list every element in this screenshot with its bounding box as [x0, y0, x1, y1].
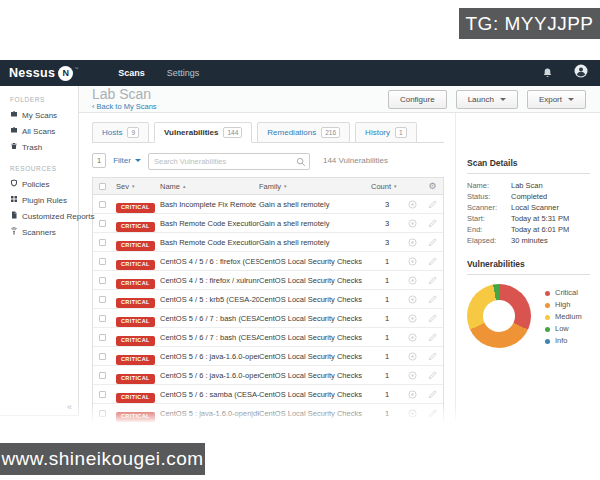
edit-pencil-icon[interactable] — [422, 219, 443, 228]
row-checkbox[interactable] — [99, 334, 106, 341]
table-row[interactable]: CRITICAL CentOS 5 / 6 / 7 : bash (CESA-2… — [93, 309, 443, 328]
sidebar-item-policies[interactable]: Policies — [0, 176, 78, 192]
chevron-down-icon — [500, 98, 506, 101]
edit-pencil-icon[interactable] — [422, 352, 443, 361]
nav-scans[interactable]: Scans — [118, 68, 145, 78]
vulnerability-name: Bash Remote Code Execution (Shellshock) — [160, 238, 259, 247]
sidebar-item-my-scans[interactable]: My Scans — [0, 107, 78, 123]
detail-row: Elapsed: 30 minutes — [467, 235, 590, 246]
row-checkbox[interactable] — [99, 410, 106, 417]
sort-caret-icon: ▾ — [284, 183, 287, 189]
sidebar-item-scanners[interactable]: Scanners — [0, 224, 78, 240]
edit-pencil-icon[interactable] — [422, 238, 443, 247]
table-row[interactable]: CRITICAL Bash Incomplete Fix Remote Code… — [93, 195, 443, 214]
details-circle-icon[interactable] — [403, 371, 422, 380]
details-circle-icon[interactable] — [403, 257, 422, 266]
details-circle-icon[interactable] — [403, 428, 422, 430]
filter-dropdown[interactable]: Filter — [113, 156, 141, 165]
table-row[interactable]: CRITICAL CentOS 5 : java-1.6.0-openjdk (… — [93, 404, 443, 423]
row-checkbox[interactable] — [99, 277, 106, 284]
export-button[interactable]: Export — [527, 90, 586, 109]
details-circle-icon[interactable] — [403, 409, 422, 418]
edit-pencil-icon[interactable] — [422, 200, 443, 209]
column-header-count[interactable]: Count▾ — [371, 182, 403, 191]
sidebar-item-label: Customized Reports — [22, 212, 94, 221]
severity-badge: CRITICAL — [116, 241, 155, 251]
legend-dot-icon — [545, 315, 550, 320]
scan-details-heading: Scan Details — [467, 158, 590, 174]
table-row[interactable]: CRITICAL CentOS 4 / 5 / 6 : firefox (CES… — [93, 252, 443, 271]
details-circle-icon[interactable] — [403, 276, 422, 285]
row-checkbox[interactable] — [99, 391, 106, 398]
edit-pencil-icon[interactable] — [422, 371, 443, 380]
search-input[interactable] — [148, 153, 310, 170]
sidebar-item-trash[interactable]: Trash — [0, 139, 78, 155]
nessus-logo[interactable]: Nessus N ™ — [9, 66, 78, 81]
table-row[interactable]: CRITICAL CentOS 4 / 5 : krb5 (CESA-2011:… — [93, 290, 443, 309]
launch-button[interactable]: Launch — [456, 90, 518, 109]
edit-pencil-icon[interactable] — [422, 333, 443, 342]
tab-history[interactable]: History 1 — [355, 122, 417, 143]
details-circle-icon[interactable] — [403, 238, 422, 247]
edit-pencil-icon[interactable] — [422, 276, 443, 285]
details-circle-icon[interactable] — [403, 219, 422, 228]
sidebar-collapse-button[interactable]: « — [67, 402, 72, 412]
row-checkbox[interactable] — [99, 372, 106, 379]
table-row[interactable]: CRITICAL Bash Remote Code Execution (CVE… — [93, 214, 443, 233]
edit-pencil-icon[interactable] — [422, 295, 443, 304]
details-circle-icon[interactable] — [403, 295, 422, 304]
tab-hosts[interactable]: Hosts 9 — [92, 122, 149, 143]
details-circle-icon[interactable] — [403, 314, 422, 323]
notifications-bell-icon[interactable] — [543, 64, 552, 82]
row-checkbox[interactable] — [99, 315, 106, 322]
details-circle-icon[interactable] — [403, 352, 422, 361]
tab-remediations[interactable]: Remediations 216 — [257, 122, 350, 143]
user-avatar-icon[interactable] — [574, 64, 588, 82]
severity-badge: CRITICAL — [116, 260, 155, 270]
table-row[interactable]: CRITICAL CentOS 5 / 6 : samba (CESA-2012… — [93, 385, 443, 404]
details-circle-icon[interactable] — [403, 390, 422, 399]
configure-button[interactable]: Configure — [388, 90, 447, 109]
vulnerability-family: CentOS Local Security Checks — [259, 333, 371, 342]
edit-pencil-icon[interactable] — [422, 314, 443, 323]
column-header-family[interactable]: Family▾ — [259, 182, 371, 191]
edit-pencil-icon[interactable] — [422, 257, 443, 266]
row-checkbox[interactable] — [99, 239, 106, 246]
vulnerabilities-donut-chart — [467, 284, 531, 348]
edit-pencil-icon[interactable] — [422, 409, 443, 418]
row-checkbox[interactable] — [99, 353, 106, 360]
row-checkbox[interactable] — [99, 429, 106, 430]
column-header-sev[interactable]: Sev▾ — [116, 182, 160, 191]
table-row[interactable]: CRITICAL — [93, 423, 443, 430]
row-checkbox[interactable] — [99, 220, 106, 227]
row-checkbox[interactable] — [99, 258, 106, 265]
sidebar-item-customized-reports[interactable]: Customized Reports — [0, 208, 78, 224]
table-row[interactable]: CRITICAL Bash Remote Code Execution (She… — [93, 233, 443, 252]
table-row[interactable]: CRITICAL CentOS 5 / 6 : java-1.6.0-openj… — [93, 366, 443, 385]
row-checkbox[interactable] — [99, 201, 106, 208]
table-settings-gear-icon[interactable]: ⚙ — [422, 182, 443, 191]
vulnerability-count: 3 — [371, 200, 403, 209]
severity-badge: CRITICAL — [116, 336, 155, 346]
nav-settings[interactable]: Settings — [167, 68, 200, 78]
column-header-name[interactable]: Name▴ — [160, 182, 259, 191]
legend-label: Info — [555, 335, 568, 347]
scan-tabs: Hosts 9 Vulnerabilities 144 Remediations… — [92, 122, 444, 143]
table-row[interactable]: CRITICAL CentOS 4 / 5 : firefox / xulrun… — [93, 271, 443, 290]
details-circle-icon[interactable] — [403, 200, 422, 209]
sidebar-item-plugin-rules[interactable]: Plugin Rules — [0, 192, 78, 208]
tab-vulnerabilities[interactable]: Vulnerabilities 144 — [154, 122, 252, 143]
sidebar-item-all-scans[interactable]: All Scans — [0, 123, 78, 139]
row-checkbox[interactable] — [99, 296, 106, 303]
severity-badge: CRITICAL — [116, 298, 155, 308]
legend-label: High — [555, 299, 570, 311]
vulnerability-count: 1 — [371, 257, 403, 266]
edit-pencil-icon[interactable] — [422, 428, 443, 430]
shield-icon — [10, 179, 18, 189]
back-to-my-scans-link[interactable]: ‹ Back to My Scans — [92, 102, 157, 111]
table-row[interactable]: CRITICAL CentOS 5 / 6 : java-1.6.0-openj… — [93, 347, 443, 366]
edit-pencil-icon[interactable] — [422, 390, 443, 399]
select-all-checkbox[interactable] — [99, 183, 106, 190]
table-row[interactable]: CRITICAL CentOS 5 / 6 / 7 : bash (CESA-2… — [93, 328, 443, 347]
details-circle-icon[interactable] — [403, 333, 422, 342]
